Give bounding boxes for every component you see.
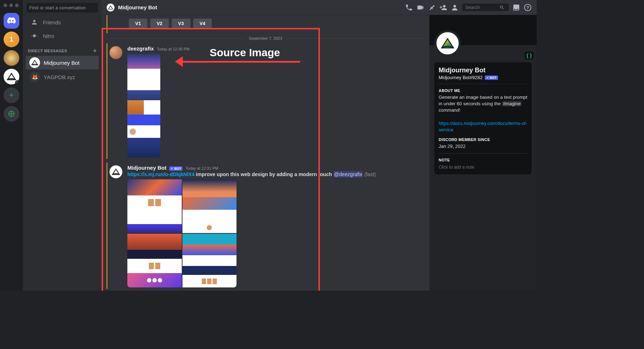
v4-button[interactable]: V4 [193, 19, 212, 28]
guild-bar: 1 + [0, 0, 23, 291]
nitro-label: Nitro [43, 33, 54, 39]
v1-button[interactable]: V1 [129, 19, 147, 28]
dm-sidebar: Find or start a conversation Friends Nit… [23, 0, 102, 291]
create-dm-button[interactable]: + [93, 48, 97, 54]
search-input[interactable] [465, 5, 497, 10]
member-since-date: Jan 29, 2022 [439, 143, 527, 150]
date-divider: September 7, 2023 [107, 36, 424, 40]
discord-home-button[interactable] [4, 13, 19, 29]
source-link[interactable]: https://s.mj.run/o-dDkjkNlX4 [127, 171, 194, 177]
message-list: V1 V2 V3 V4 September 7, 2023 deezgrafix [102, 15, 429, 291]
channel-title: Midjourney Bot [118, 4, 157, 10]
profile-avatar[interactable] [434, 30, 461, 57]
profile-discriminator: Midjourney Bot#9282 [439, 75, 483, 80]
profile-panel: { } Midjourney Bot Midjourney Bot#9282 ✓… [429, 15, 537, 291]
guild-icon-1[interactable]: 1 [4, 31, 19, 47]
dm-section-header: DIRECT MESSAGES + [23, 43, 102, 55]
window-traffic-lights [4, 4, 19, 7]
dev-badge-icon: { } [525, 52, 534, 59]
dm-yagpdb[interactable]: 🦊 YAGPDB.xyz [26, 70, 99, 84]
find-conversation-input[interactable]: Find or start a conversation [26, 3, 98, 13]
svg-point-2 [453, 5, 456, 7]
nitro-nav[interactable]: Nitro [26, 29, 99, 42]
note-header: NOTE [439, 158, 527, 162]
guild-icon-2[interactable] [4, 50, 19, 66]
bot-badge: ✓ BOT [485, 76, 498, 80]
variation-button-row: V1 V2 V3 V4 [129, 19, 212, 28]
friends-label: Friends [43, 19, 61, 25]
note-input[interactable] [439, 165, 527, 170]
help-icon[interactable]: ? [524, 4, 532, 11]
friends-nav[interactable]: Friends [26, 16, 99, 29]
add-server-button[interactable]: + [4, 87, 19, 103]
result-image-grid[interactable] [127, 179, 236, 287]
channel-header: Midjourney Bot ? [102, 0, 537, 15]
timestamp: Today at 12:30 PM [157, 47, 190, 51]
svg-text:?: ? [526, 5, 529, 10]
svg-point-1 [33, 34, 36, 37]
inbox-icon[interactable] [512, 4, 520, 11]
v3-button[interactable]: V3 [172, 19, 190, 28]
v2-button[interactable]: V2 [150, 19, 169, 28]
message-user: deezgrafix Today at 12:30 PM [107, 43, 424, 159]
username[interactable]: Midjourney Bot [127, 165, 166, 171]
guild-icon-midjourney[interactable] [4, 69, 19, 84]
dm-midjourney-bot[interactable]: Midjourney Bot [26, 56, 99, 69]
prompt-text: https://s.mj.run/o-dDkjkNlX4 improve upo… [127, 171, 424, 177]
uploaded-image[interactable] [127, 54, 160, 157]
timestamp: Today at 12:31 PM [185, 166, 218, 170]
about-header: ABOUT ME [439, 88, 527, 93]
pin-icon[interactable] [428, 4, 436, 11]
voice-call-icon[interactable] [405, 4, 413, 11]
search-box[interactable] [462, 4, 509, 11]
profile-name: Midjourney Bot [439, 67, 527, 74]
username[interactable]: deezgrafix [127, 45, 154, 52]
explore-servers-button[interactable] [4, 106, 19, 122]
add-friend-icon[interactable] [439, 4, 447, 11]
about-body: Generate an image based on a text prompt… [439, 94, 527, 133]
tos-link[interactable]: https://docs.midjourney.com/docs/terms-o… [439, 121, 527, 132]
avatar-deezgrafix[interactable] [109, 46, 122, 59]
message-bot: Midjourney Bot ✓ BOT Today at 12:31 PM h… [107, 163, 424, 289]
avatar-midjourney[interactable] [109, 165, 122, 178]
user-mention[interactable]: @deezgrafix [333, 171, 363, 178]
search-icon [499, 5, 504, 10]
bot-badge: ✓ BOT [169, 166, 182, 171]
imagine-command: /imagine [502, 101, 522, 106]
video-call-icon[interactable] [416, 4, 424, 11]
user-profile-icon[interactable] [451, 4, 459, 11]
member-since-header: DISCORD MEMBER SINCE [439, 137, 527, 142]
